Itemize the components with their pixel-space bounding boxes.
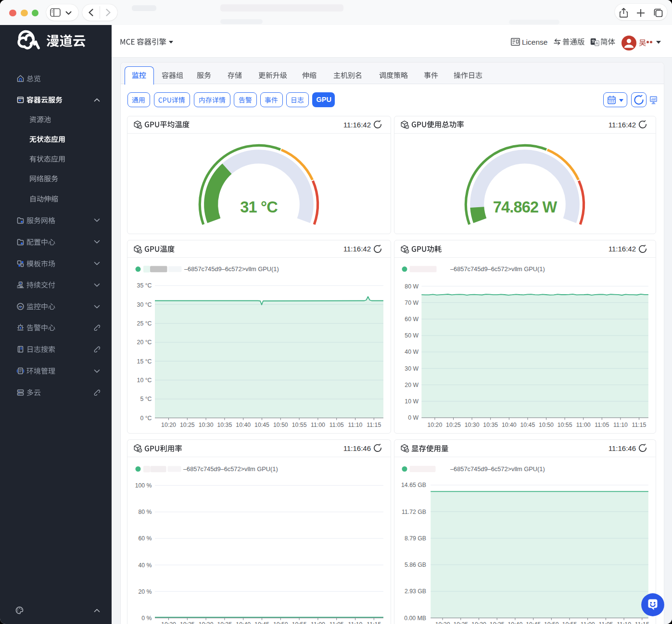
svg-text:10:35: 10:35 (483, 421, 498, 428)
svg-text:11:15: 11:15 (632, 421, 646, 428)
svg-text:10:20: 10:20 (427, 421, 442, 428)
svg-text:5.86 GB: 5.86 GB (404, 562, 426, 568)
svg-text:80 W: 80 W (405, 283, 418, 289)
svg-text:10:30: 10:30 (471, 621, 486, 624)
svg-text:35 °C: 35 °C (137, 282, 152, 289)
svg-text:40 W: 40 W (405, 349, 418, 355)
svg-text:100 %: 100 % (135, 482, 152, 489)
svg-text:10:40: 10:40 (236, 421, 251, 428)
svg-text:10:25: 10:25 (179, 421, 194, 428)
svg-text:10:20: 10:20 (161, 421, 176, 428)
svg-text:2.93 GB: 2.93 GB (404, 588, 426, 595)
svg-text:11:05: 11:05 (595, 421, 609, 428)
svg-text:10:35: 10:35 (489, 621, 504, 624)
svg-text:–6857c745d9–6c572>vllm GPU(1): –6857c745d9–6c572>vllm GPU(1) (183, 465, 278, 473)
svg-text:11:15: 11:15 (367, 421, 381, 428)
svg-text:10:55: 10:55 (292, 421, 306, 428)
svg-text:11:00: 11:00 (310, 621, 325, 624)
svg-text:10:55: 10:55 (292, 621, 306, 624)
svg-text:10:30: 10:30 (198, 621, 213, 624)
svg-text:60 W: 60 W (405, 316, 418, 323)
svg-text:8.79 GB: 8.79 GB (404, 535, 426, 542)
svg-text:10:55: 10:55 (557, 421, 572, 428)
svg-text:10:45: 10:45 (526, 621, 541, 624)
svg-text:50 W: 50 W (405, 332, 418, 339)
svg-text:30 °C: 30 °C (137, 301, 152, 308)
svg-text:31 °C: 31 °C (240, 199, 278, 216)
svg-text:11:00: 11:00 (576, 421, 590, 428)
svg-text:10:50: 10:50 (273, 621, 288, 624)
svg-text:25 °C: 25 °C (137, 320, 152, 327)
svg-text:11:10: 11:10 (348, 421, 362, 428)
svg-text:10:30: 10:30 (198, 421, 213, 428)
svg-text:5 °C: 5 °C (140, 396, 152, 402)
svg-text:11:15: 11:15 (634, 621, 649, 624)
svg-text:10:50: 10:50 (273, 421, 288, 428)
svg-text:20 W: 20 W (405, 381, 418, 388)
svg-text:10:35: 10:35 (217, 621, 232, 624)
svg-text:–6857c745d9–6c572>vllm GPU(1): –6857c745d9–6c572>vllm GPU(1) (450, 265, 545, 273)
svg-text:0 W: 0 W (408, 414, 418, 421)
svg-text:10:40: 10:40 (501, 421, 516, 428)
svg-text:20 %: 20 % (138, 588, 152, 595)
svg-text:11:00: 11:00 (580, 621, 595, 624)
svg-text:–6857c745d9–6c572>vllm GPU(1): –6857c745d9–6c572>vllm GPU(1) (450, 465, 545, 473)
svg-text:10:45: 10:45 (254, 621, 269, 624)
svg-text:70 W: 70 W (405, 299, 418, 306)
svg-text:10:35: 10:35 (217, 421, 232, 428)
svg-text:11:05: 11:05 (329, 421, 343, 428)
svg-text:10:45: 10:45 (520, 421, 535, 428)
svg-text:10:40: 10:40 (236, 621, 251, 624)
svg-text:30 W: 30 W (405, 365, 418, 372)
svg-text:–6857c745d9–6c572>vllm GPU(1): –6857c745d9–6c572>vllm GPU(1) (184, 265, 279, 273)
svg-text:11:10: 11:10 (613, 421, 627, 428)
svg-text:20 °C: 20 °C (137, 339, 152, 346)
svg-text:10:20: 10:20 (435, 621, 450, 624)
svg-text:10:25: 10:25 (179, 621, 194, 624)
svg-text:11:10: 11:10 (348, 621, 362, 624)
svg-text:10 °C: 10 °C (137, 376, 152, 383)
svg-text:15 °C: 15 °C (137, 358, 152, 364)
svg-text:10:55: 10:55 (562, 621, 577, 624)
svg-text:11:00: 11:00 (310, 421, 325, 428)
svg-text:60 %: 60 % (138, 535, 152, 542)
svg-text:10:30: 10:30 (464, 421, 479, 428)
svg-text:10:25: 10:25 (453, 621, 468, 624)
svg-text:14.65 GB: 14.65 GB (401, 482, 426, 488)
svg-text:10:50: 10:50 (544, 621, 558, 624)
svg-text:10 W: 10 W (405, 398, 418, 405)
svg-text:11:15: 11:15 (367, 621, 381, 624)
svg-text:10:45: 10:45 (254, 421, 269, 428)
svg-text:0 %: 0 % (141, 615, 152, 622)
svg-text:10:50: 10:50 (539, 421, 554, 428)
svg-text:10:40: 10:40 (507, 621, 522, 624)
svg-text:0.00 MB: 0.00 MB (404, 615, 426, 622)
svg-text:11:10: 11:10 (617, 621, 631, 624)
svg-text:11:05: 11:05 (329, 621, 343, 624)
svg-text:10:20: 10:20 (161, 621, 176, 624)
svg-text:40 %: 40 % (138, 562, 152, 569)
svg-text:11:05: 11:05 (598, 621, 613, 624)
svg-text:11.72 GB: 11.72 GB (401, 509, 426, 515)
svg-text:10:25: 10:25 (446, 421, 461, 428)
svg-text:74.862 W: 74.862 W (493, 199, 558, 216)
svg-text:0 °C: 0 °C (140, 414, 152, 421)
svg-text:80 %: 80 % (138, 509, 152, 515)
